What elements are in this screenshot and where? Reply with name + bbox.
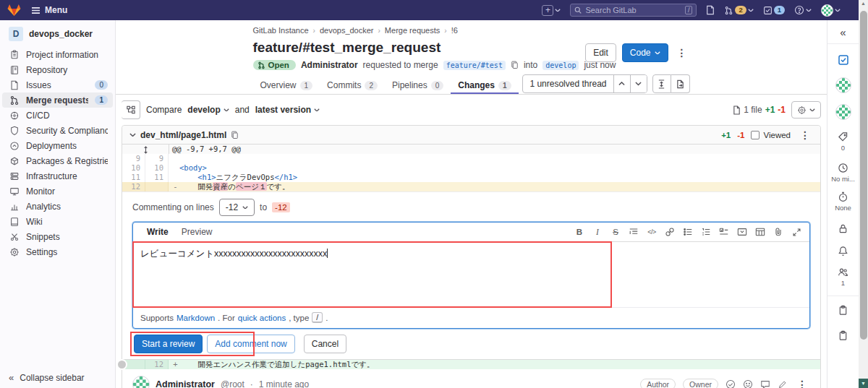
notifications-item[interactable] — [838, 246, 848, 256]
edit-pencil-icon[interactable] — [778, 380, 787, 388]
assignee-avatar[interactable] — [835, 77, 851, 93]
viewed-checkbox[interactable] — [751, 131, 760, 139]
cancel-button[interactable]: Cancel — [304, 335, 346, 353]
tab-preview[interactable]: Preview — [175, 223, 219, 242]
gitlab-logo[interactable] — [7, 4, 21, 17]
todos-button[interactable]: 1 — [763, 6, 785, 15]
add-comment-now-button[interactable]: Add comment now — [207, 335, 294, 353]
expand-right-sidebar-button[interactable]: « — [840, 20, 846, 43]
attach-file-button[interactable] — [773, 226, 784, 238]
scroll-down-arrow[interactable]: ▼ — [859, 379, 868, 388]
sidebar-item-packages-registries[interactable]: Packages & Registries — [0, 153, 115, 168]
collapsible-section-button[interactable] — [736, 226, 748, 238]
breadcrumb-gitlab-instance[interactable]: GitLab Instance — [253, 26, 309, 35]
start-review-button[interactable]: Start a review — [134, 335, 203, 353]
numbered-list-button[interactable] — [700, 226, 712, 238]
emoji-icon[interactable] — [743, 379, 753, 388]
copy-reference-button[interactable] — [838, 305, 848, 316]
bullet-list-button[interactable] — [682, 226, 694, 238]
reviewer-avatar[interactable] — [835, 104, 851, 120]
line-range-select[interactable]: -12 — [219, 199, 255, 216]
file-options-kebab[interactable]: ⋮ — [797, 129, 813, 141]
breadcrumb-project[interactable]: devops_docker — [320, 26, 374, 35]
breadcrumb-mr-id[interactable]: !6 — [451, 26, 458, 35]
sidebar-item-issues[interactable]: Issues 0 — [0, 77, 115, 92]
sidebar-item-deployments[interactable]: Deployments — [0, 138, 115, 153]
mr-options-kebab[interactable]: ⋮ — [674, 47, 690, 59]
file-tree-toggle-button[interactable] — [122, 100, 140, 119]
help-menu[interactable] — [794, 5, 812, 15]
expand-threads-button[interactable] — [652, 74, 671, 93]
sidebar-item-analytics[interactable]: Analytics — [0, 199, 115, 214]
resolve-thread-icon[interactable] — [726, 379, 736, 388]
copy-branch-name-button[interactable] — [838, 330, 848, 341]
sidebar-item-merge-requests[interactable]: Merge requests 1 — [2, 92, 113, 108]
edit-button[interactable]: Edit — [585, 43, 616, 62]
global-search[interactable]: / — [570, 4, 697, 17]
target-version-dropdown[interactable]: latest version — [255, 105, 320, 115]
commenter-name[interactable]: Administrator — [156, 379, 215, 388]
mr-author[interactable]: Administrator — [301, 60, 358, 70]
page-scrollbar[interactable]: ▲ ▼ — [859, 0, 868, 388]
sidebar-item-security-compliance[interactable]: Security & Compliance — [0, 123, 115, 138]
commenter-avatar[interactable] — [132, 376, 150, 388]
bold-button[interactable]: B — [574, 226, 585, 238]
code-dropdown-button[interactable]: Code — [622, 43, 668, 62]
tab-changes[interactable]: Changes1 — [451, 77, 518, 94]
sidebar-item-settings[interactable]: Settings — [0, 244, 115, 259]
comment-icon[interactable] — [760, 379, 770, 388]
markdown-link[interactable]: Markdown — [176, 314, 215, 322]
milestone-item[interactable]: No mi... — [831, 163, 855, 183]
quick-actions-link[interactable]: quick actions — [238, 314, 286, 322]
scrollbar-thumb[interactable] — [860, 11, 867, 340]
diff-file-path[interactable]: dev_html/page1.html — [140, 130, 226, 140]
lock-item[interactable] — [838, 223, 848, 234]
sidebar-item-repository[interactable]: Repository — [0, 62, 115, 77]
target-branch-link[interactable]: develop — [542, 61, 579, 70]
sidebar-item-cicd[interactable]: CI/CD — [0, 108, 115, 123]
new-menu-button[interactable]: + — [542, 5, 561, 16]
tab-overview[interactable]: Overview1 — [253, 77, 320, 94]
time-tracking-item[interactable]: None — [835, 191, 851, 212]
sidebar-item-snippets[interactable]: Snippets — [0, 229, 115, 244]
scroll-up-arrow[interactable]: ▲ — [859, 1, 868, 6]
source-version-dropdown[interactable]: develop — [187, 105, 229, 115]
labels-item[interactable]: 0 — [838, 132, 848, 152]
comment-textarea[interactable]: レビューコメントxxxxxxxxxxxxxxxxxxxxxxxxx — [133, 242, 809, 307]
italic-button[interactable]: I — [592, 226, 603, 238]
viewed-checkbox-wrap[interactable]: Viewed — [751, 131, 791, 139]
expand-diff-button[interactable] — [122, 145, 169, 154]
docs-button[interactable] — [706, 5, 715, 15]
user-menu[interactable] — [821, 4, 841, 17]
previous-thread-button[interactable] — [613, 75, 630, 92]
copy-icon[interactable] — [231, 131, 239, 139]
tab-commits[interactable]: Commits2 — [320, 77, 385, 94]
sidebar-item-wiki[interactable]: Wiki — [0, 214, 115, 229]
sidebar-item-infrastructure[interactable]: Infrastructure — [0, 168, 115, 184]
sidebar-item-monitor[interactable]: Monitor — [0, 184, 115, 199]
next-thread-button[interactable] — [630, 75, 647, 92]
collapse-sidebar-button[interactable]: « Collapse sidebar — [9, 372, 85, 383]
strikethrough-button[interactable]: S — [610, 226, 621, 238]
menu-button[interactable]: Menu — [31, 5, 67, 15]
link-button[interactable] — [664, 226, 676, 238]
task-list-button[interactable] — [718, 226, 730, 238]
comment-timestamp[interactable]: 1 minute ago — [259, 379, 309, 388]
search-input[interactable] — [585, 6, 681, 14]
breadcrumb-merge-requests[interactable]: Merge requests — [385, 26, 440, 35]
todo-toggle-button[interactable] — [838, 54, 849, 66]
table-button[interactable] — [754, 226, 766, 238]
diff-settings-button[interactable] — [791, 101, 821, 118]
participants-item[interactable]: 1 — [838, 267, 848, 287]
source-branch-link[interactable]: feature/#test — [443, 61, 506, 70]
full-screen-button[interactable] — [791, 226, 802, 238]
tab-write[interactable]: Write — [140, 223, 175, 242]
sidebar-project-link[interactable]: D devops_docker — [0, 20, 115, 47]
chevron-down-icon[interactable] — [129, 133, 136, 137]
code-button[interactable]: </> — [646, 226, 658, 238]
quote-button[interactable] — [628, 226, 639, 238]
file-browser-toggle-button[interactable] — [671, 74, 690, 93]
copy-icon[interactable] — [511, 61, 519, 69]
sidebar-item-project-information[interactable]: Project information — [0, 47, 115, 62]
merge-requests-menu[interactable]: 2 — [724, 6, 753, 15]
